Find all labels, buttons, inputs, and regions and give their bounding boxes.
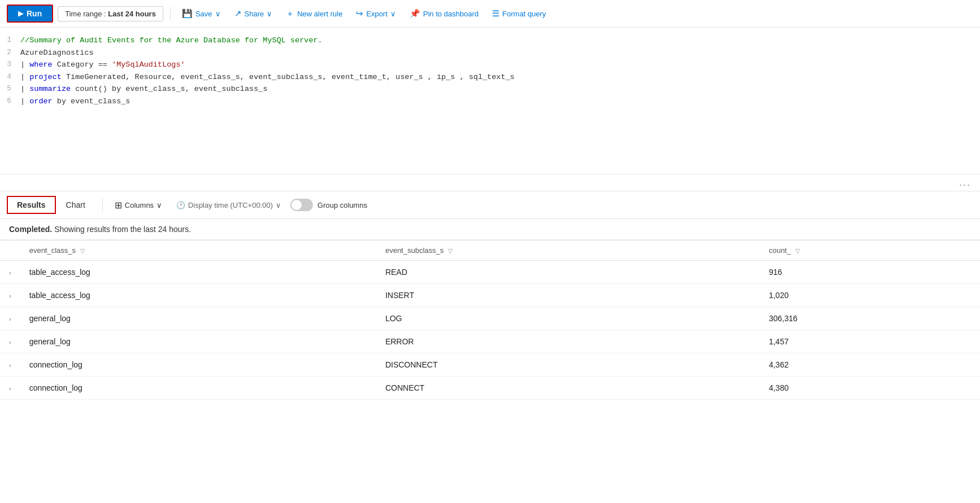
row-expand-2[interactable]: › xyxy=(0,307,20,330)
format-query-button[interactable]: ☰ Format query xyxy=(487,6,550,21)
toggle-switch[interactable] xyxy=(290,199,313,211)
row-expand-5[interactable]: › xyxy=(0,377,20,400)
new-alert-label: New alert rule xyxy=(297,10,342,18)
display-time-label: Display time (UTC+00:00) xyxy=(188,201,273,209)
share-chevron-icon: ∨ xyxy=(267,10,272,18)
columns-button[interactable]: ⊞ Columns ∨ xyxy=(110,197,167,213)
table-header-event-class[interactable]: event_class_s ▽ xyxy=(20,240,377,261)
display-time-button[interactable]: 🕐 Display time (UTC+00:00) ∨ xyxy=(172,199,286,212)
play-icon: ▶ xyxy=(18,10,23,18)
cell-event-class-4: connection_log xyxy=(20,353,377,377)
code-line-5: 5 | summarize count() by event_class_s, … xyxy=(0,83,980,95)
table-row[interactable]: › general_log ERROR 1,457 xyxy=(0,330,980,353)
dots-icon: ... xyxy=(959,177,971,188)
export-button[interactable]: ↪ Export ∨ xyxy=(351,6,400,21)
cell-event-class-2: general_log xyxy=(20,307,377,330)
time-range-button[interactable]: Time range : Last 24 hours xyxy=(58,6,163,21)
table-row[interactable]: › connection_log DISCONNECT 4,362 xyxy=(0,353,980,377)
col-count-label: count_ xyxy=(769,246,791,255)
cell-event-class-1: table_access_log xyxy=(20,284,377,307)
status-message: Showing results from the last 24 hours. xyxy=(54,225,191,234)
cell-event-subclass-1: INSERT xyxy=(376,284,760,307)
chevron-right-icon: › xyxy=(9,362,11,369)
table-header-row: event_class_s ▽ event_subclass_s ▽ count… xyxy=(0,240,980,261)
columns-chevron-icon: ∨ xyxy=(156,201,162,209)
pin-to-dashboard-button[interactable]: 📌 Pin to dashboard xyxy=(405,6,483,21)
export-label: Export xyxy=(366,10,387,18)
table-header-event-subclass[interactable]: event_subclass_s ▽ xyxy=(376,240,760,261)
cell-event-subclass-3: ERROR xyxy=(376,330,760,353)
time-range-value: Last 24 hours xyxy=(108,10,156,18)
code-text-5: | summarize count() by event_class_s, ev… xyxy=(20,83,267,95)
cell-event-subclass-0: READ xyxy=(376,261,760,284)
more-menu-dots[interactable]: ... xyxy=(0,174,980,191)
table-row[interactable]: › table_access_log READ 916 xyxy=(0,261,980,284)
code-text-2: AzureDiagnostics xyxy=(20,47,94,59)
group-columns-label: Group columns xyxy=(317,201,367,209)
table-row[interactable]: › general_log LOG 306,316 xyxy=(0,307,980,330)
new-alert-rule-button[interactable]: ＋ New alert rule xyxy=(281,6,347,22)
pin-icon: 📌 xyxy=(410,8,420,19)
chevron-right-icon: › xyxy=(9,292,11,299)
time-range-prefix: Time range : xyxy=(65,10,106,18)
code-editor[interactable]: 1 //Summary of Audit Events for the Azur… xyxy=(0,28,980,174)
export-chevron-icon: ∨ xyxy=(390,10,396,18)
line-num-5: 5 xyxy=(0,83,20,95)
cell-count-1: 1,020 xyxy=(760,284,980,307)
chevron-right-icon: › xyxy=(9,385,11,392)
row-expand-1[interactable]: › xyxy=(0,284,20,307)
table-row[interactable]: › table_access_log INSERT 1,020 xyxy=(0,284,980,307)
row-expand-4[interactable]: › xyxy=(0,353,20,377)
share-icon: ↗ xyxy=(234,8,242,19)
results-sep-1 xyxy=(102,198,103,212)
code-line-1: 1 //Summary of Audit Events for the Azur… xyxy=(0,34,980,47)
format-label: Format query xyxy=(502,10,546,18)
share-label: Share xyxy=(245,10,264,18)
line-num-3: 3 xyxy=(0,59,20,71)
line-num-1: 1 xyxy=(0,34,20,46)
cell-event-class-5: connection_log xyxy=(20,377,377,400)
cell-count-3: 1,457 xyxy=(760,330,980,353)
alert-icon: ＋ xyxy=(286,8,294,19)
cell-event-class-3: general_log xyxy=(20,330,377,353)
run-button[interactable]: ▶ Run xyxy=(7,5,53,23)
cell-event-class-0: table_access_log xyxy=(20,261,377,284)
group-columns-toggle[interactable]: Group columns xyxy=(290,199,367,211)
code-line-6: 6 | order by event_class_s xyxy=(0,95,980,108)
cell-count-0: 916 xyxy=(760,261,980,284)
results-table: event_class_s ▽ event_subclass_s ▽ count… xyxy=(0,240,980,400)
table-header-count[interactable]: count_ ▽ xyxy=(760,240,980,261)
tab-chart[interactable]: Chart xyxy=(56,196,95,214)
tab-chart-label: Chart xyxy=(66,200,85,209)
table-header-expand xyxy=(0,240,20,261)
columns-label: Columns xyxy=(125,201,154,209)
cell-event-subclass-5: CONNECT xyxy=(376,377,760,400)
run-label: Run xyxy=(27,9,42,18)
share-button[interactable]: ↗ Share ∨ xyxy=(230,6,277,21)
results-toolbar: Results Chart ⊞ Columns ∨ 🕐 Display time… xyxy=(0,191,980,219)
toolbar-separator-1 xyxy=(170,7,171,20)
cell-event-subclass-4: DISCONNECT xyxy=(376,353,760,377)
row-expand-3[interactable]: › xyxy=(0,330,20,353)
save-button[interactable]: 💾 Save ∨ xyxy=(177,6,225,21)
row-expand-0[interactable]: › xyxy=(0,261,20,284)
filter-icon-count[interactable]: ▽ xyxy=(795,247,800,254)
chevron-right-icon: › xyxy=(9,316,11,322)
save-chevron-icon: ∨ xyxy=(215,10,221,18)
pin-label: Pin to dashboard xyxy=(423,10,478,18)
tab-results[interactable]: Results xyxy=(7,196,56,214)
export-icon: ↪ xyxy=(356,8,363,19)
code-line-3: 3 | where Category == 'MySqlAuditLogs' xyxy=(0,59,980,71)
code-text-3: | where Category == 'MySqlAuditLogs' xyxy=(20,59,185,71)
save-label: Save xyxy=(195,10,212,18)
status-completed: Completed. xyxy=(9,225,52,234)
filter-icon-event-class[interactable]: ▽ xyxy=(80,247,85,254)
table-row[interactable]: › connection_log CONNECT 4,380 xyxy=(0,377,980,400)
save-icon: 💾 xyxy=(182,8,193,19)
code-text-4: | project TimeGenerated, Resource, event… xyxy=(20,71,515,84)
main-toolbar: ▶ Run Time range : Last 24 hours 💾 Save … xyxy=(0,0,980,28)
code-line-4: 4 | project TimeGenerated, Resource, eve… xyxy=(0,71,980,84)
code-text-6: | order by event_class_s xyxy=(20,95,130,108)
tab-results-label: Results xyxy=(17,200,46,209)
filter-icon-event-subclass[interactable]: ▽ xyxy=(448,247,452,254)
